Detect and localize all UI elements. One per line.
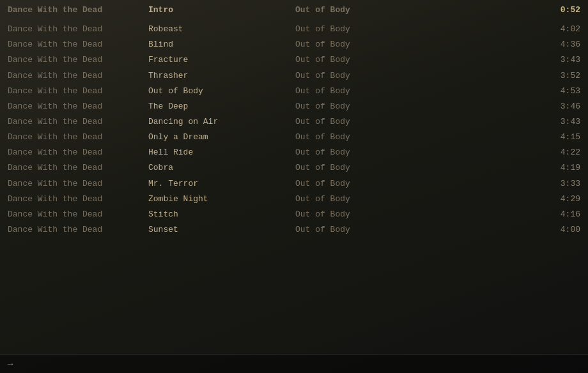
track-title: Blind bbox=[148, 38, 295, 51]
track-artist: Dance With the Dead bbox=[8, 208, 148, 221]
track-album: Out of Body bbox=[295, 178, 423, 190]
track-album: Out of Body bbox=[295, 193, 423, 206]
track-artist: Dance With the Dead bbox=[8, 85, 148, 98]
table-row[interactable]: Dance With the DeadStitchOut of Body4:16 bbox=[0, 207, 588, 222]
table-row[interactable]: Dance With the DeadZombie NightOut of Bo… bbox=[0, 192, 588, 207]
track-title: Fracture bbox=[148, 54, 295, 66]
track-album: Out of Body bbox=[295, 54, 423, 66]
table-row[interactable]: Dance With the DeadCobraOut of Body4:19 bbox=[0, 160, 588, 176]
track-album: Out of Body bbox=[295, 146, 423, 159]
track-artist: Dance With the Dead bbox=[8, 162, 148, 174]
table-row[interactable]: Dance With the DeadMr. TerrorOut of Body… bbox=[0, 176, 588, 192]
track-title: Mr. Terror bbox=[148, 178, 295, 190]
track-album: Out of Body bbox=[295, 100, 423, 113]
track-album: Out of Body bbox=[295, 224, 423, 236]
table-row[interactable]: Dance With the DeadSunsetOut of Body4:00 bbox=[0, 222, 588, 238]
track-duration: 4:16 bbox=[423, 208, 580, 221]
table-row[interactable]: Dance With the DeadBlindOut of Body4:36 bbox=[0, 37, 588, 52]
track-title: Robeast bbox=[148, 23, 295, 36]
track-artist: Dance With the Dead bbox=[8, 193, 148, 206]
track-artist: Dance With the Dead bbox=[8, 23, 148, 36]
track-album: Out of Body bbox=[295, 208, 423, 221]
table-row[interactable]: Dance With the DeadRobeastOut of Body4:0… bbox=[0, 22, 588, 37]
table-row[interactable]: Dance With the DeadDancing on AirOut of … bbox=[0, 114, 588, 130]
track-album: Out of Body bbox=[295, 23, 423, 36]
table-row[interactable]: Dance With the DeadThrasherOut of Body3:… bbox=[0, 68, 588, 84]
track-duration: 4:53 bbox=[423, 85, 580, 98]
track-list: Dance With the Dead Intro Out of Body 0:… bbox=[0, 0, 588, 22]
arrow-icon: → bbox=[8, 359, 13, 369]
track-title: Only a Dream bbox=[148, 131, 295, 144]
table-row[interactable]: Dance With the DeadHell RideOut of Body4… bbox=[0, 145, 588, 160]
track-artist: Dance With the Dead bbox=[8, 178, 148, 190]
track-rows-container: Dance With the DeadRobeastOut of Body4:0… bbox=[0, 22, 588, 238]
track-artist: Dance With the Dead bbox=[8, 70, 148, 82]
track-list-header: Dance With the Dead Intro Out of Body 0:… bbox=[0, 3, 588, 18]
track-duration: 3:43 bbox=[423, 54, 580, 66]
track-title: Stitch bbox=[148, 208, 295, 221]
track-title: Dancing on Air bbox=[148, 116, 295, 128]
track-title: Thrasher bbox=[148, 70, 295, 82]
track-title: Zombie Night bbox=[148, 193, 295, 206]
track-artist: Dance With the Dead bbox=[8, 100, 148, 113]
track-artist: Dance With the Dead bbox=[8, 54, 148, 66]
track-title: Out of Body bbox=[148, 85, 295, 98]
track-duration: 3:33 bbox=[423, 178, 580, 190]
track-album: Out of Body bbox=[295, 162, 423, 174]
track-duration: 3:52 bbox=[423, 70, 580, 82]
header-intro: Intro bbox=[148, 4, 295, 17]
track-artist: Dance With the Dead bbox=[8, 224, 148, 236]
track-title: Cobra bbox=[148, 162, 295, 174]
track-title: Hell Ride bbox=[148, 146, 295, 159]
track-duration: 4:00 bbox=[423, 224, 580, 236]
track-album: Out of Body bbox=[295, 85, 423, 98]
track-duration: 4:15 bbox=[423, 131, 580, 144]
track-duration: 4:22 bbox=[423, 146, 580, 159]
table-row[interactable]: Dance With the DeadThe DeepOut of Body3:… bbox=[0, 99, 588, 114]
track-duration: 3:46 bbox=[423, 100, 580, 113]
track-artist: Dance With the Dead bbox=[8, 38, 148, 51]
table-row[interactable]: Dance With the DeadOut of BodyOut of Bod… bbox=[0, 84, 588, 99]
track-artist: Dance With the Dead bbox=[8, 116, 148, 128]
table-row[interactable]: Dance With the DeadOnly a DreamOut of Bo… bbox=[0, 130, 588, 145]
header-duration: 0:52 bbox=[423, 4, 580, 17]
bottom-bar: → bbox=[0, 354, 588, 373]
track-duration: 4:19 bbox=[423, 162, 580, 174]
header-artist: Dance With the Dead bbox=[8, 4, 148, 17]
track-duration: 4:29 bbox=[423, 193, 580, 206]
track-album: Out of Body bbox=[295, 116, 423, 128]
track-album: Out of Body bbox=[295, 38, 423, 51]
track-title: Sunset bbox=[148, 224, 295, 236]
track-artist: Dance With the Dead bbox=[8, 131, 148, 144]
track-duration: 3:43 bbox=[423, 116, 580, 128]
track-duration: 4:36 bbox=[423, 38, 580, 51]
track-duration: 4:02 bbox=[423, 23, 580, 36]
track-album: Out of Body bbox=[295, 70, 423, 82]
track-title: The Deep bbox=[148, 100, 295, 113]
track-artist: Dance With the Dead bbox=[8, 146, 148, 159]
table-row[interactable]: Dance With the DeadFractureOut of Body3:… bbox=[0, 52, 588, 68]
header-album: Out of Body bbox=[295, 4, 423, 17]
track-album: Out of Body bbox=[295, 131, 423, 144]
